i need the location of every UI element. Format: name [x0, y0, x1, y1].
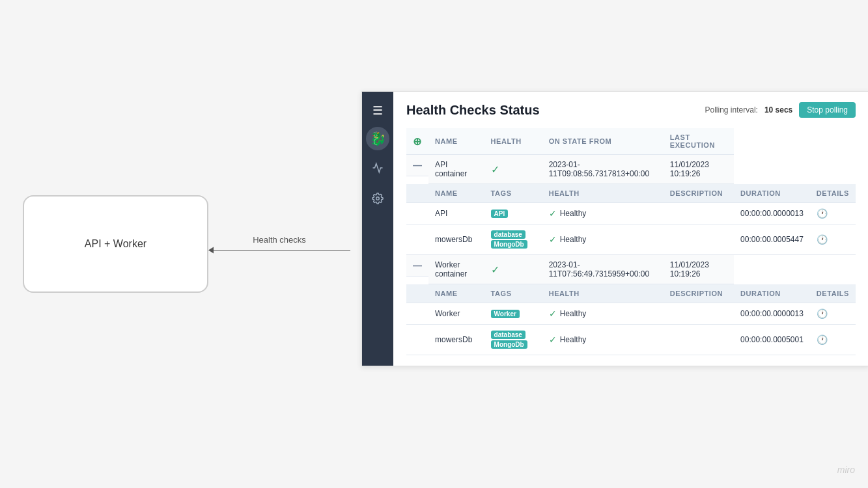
check-details: 🕐 [810, 203, 856, 224]
sub-col-description: DESCRIPTION [664, 284, 734, 303]
tag: MongoDb [491, 340, 527, 349]
list-item: mowersDb databaseMongoDb ✓ Healthy 00:00… [406, 325, 856, 355]
col-state-header: ON STATE FROM [542, 128, 664, 155]
check-tags: databaseMongoDb [484, 325, 542, 355]
list-item: Worker Worker ✓ Healthy 00:00:00.0000013… [406, 303, 856, 325]
container-name-cell: Worker container [428, 255, 484, 284]
list-item: API API ✓ Healthy 00:00:00.0000013 🕐 [406, 203, 856, 224]
container-state-cell: 2023-01-11T09:08:56.7317813+00:00 [542, 155, 664, 184]
health-check-icon: ✓ [491, 164, 499, 175]
health-status: ✓ Healthy [549, 208, 657, 219]
sub-header-row: NAME TAGS HEALTH DESCRIPTION DURATION DE… [406, 284, 856, 303]
sub-col-empty [406, 184, 428, 203]
health-status: ✓ Healthy [549, 308, 657, 319]
container-health-cell: ✓ [484, 155, 542, 184]
arrow-label: Health checks [253, 235, 306, 245]
col-name-header: NAME [428, 128, 484, 155]
check-health: ✓ Healthy [542, 325, 664, 355]
settings-icon[interactable] [368, 189, 387, 211]
polling-info: Polling interval: 10 secs Stop polling [705, 102, 856, 118]
check-name: mowersDb [428, 224, 484, 255]
check-name: Worker [428, 303, 484, 325]
sub-col-tags: TAGS [484, 184, 542, 203]
check-duration: 00:00:00.0005001 [734, 325, 810, 355]
sub-col-details: DETAILS [810, 184, 856, 203]
health-status: ✓ Healthy [549, 234, 657, 245]
tag: API [491, 210, 509, 218]
tag: database [491, 331, 525, 339]
sub-col-description: DESCRIPTION [664, 184, 734, 203]
add-icon[interactable]: ⊕ [413, 136, 422, 147]
check-health: ✓ Healthy [542, 224, 664, 255]
sub-col-details: DETAILS [810, 284, 856, 303]
sub-col-tags: TAGS [484, 284, 542, 303]
sub-col-name: NAME [428, 184, 484, 203]
arrow-container: Health checks [208, 235, 350, 254]
container-health-cell: ✓ [484, 255, 542, 284]
main-content: Health Checks Status Polling interval: 1… [393, 92, 868, 366]
sub-col-health: HEALTH [542, 184, 664, 203]
stop-polling-button[interactable]: Stop polling [799, 102, 856, 118]
health-check-icon: ✓ [491, 264, 499, 275]
page-title: Health Checks Status [406, 103, 540, 118]
history-icon[interactable]: 🕐 [817, 308, 828, 319]
check-indent [406, 325, 428, 355]
container-name-cell: API container [428, 155, 484, 184]
health-icon[interactable] [368, 158, 387, 181]
check-duration: 00:00:00.0005447 [734, 224, 810, 255]
check-description [664, 203, 734, 224]
check-indent [406, 303, 428, 325]
check-tags: databaseMongoDb [484, 224, 542, 255]
tag: Worker [491, 310, 520, 318]
check-name: API [428, 203, 484, 224]
history-icon[interactable]: 🕐 [817, 234, 828, 245]
col-health-header: HEALTH [484, 128, 542, 155]
canvas-area: API + Worker Health checks [0, 0, 361, 488]
header: Health Checks Status Polling interval: 1… [406, 102, 856, 118]
history-icon[interactable]: 🕐 [817, 208, 828, 219]
healthy-check-icon: ✓ [549, 334, 557, 345]
check-details: 🕐 [810, 224, 856, 255]
col-expand: ⊕ [406, 128, 428, 155]
arrow-line [208, 247, 350, 254]
tag: database [491, 230, 525, 239]
tag: MongoDb [491, 240, 527, 249]
check-health: ✓ Healthy [542, 303, 664, 325]
check-indent [406, 224, 428, 255]
check-description [664, 224, 734, 255]
health-table: ⊕ NAME HEALTH ON STATE FROM LAST EXECUTI… [406, 128, 856, 355]
healthy-check-icon: ✓ [549, 234, 557, 245]
history-icon[interactable]: 🕐 [817, 334, 828, 345]
check-tags: Worker [484, 303, 542, 325]
avatar-icon: 🐉 [370, 131, 386, 146]
expand-cell[interactable]: — [406, 255, 428, 277]
sub-col-empty [406, 284, 428, 303]
check-duration: 00:00:00.0000013 [734, 303, 810, 325]
check-health: ✓ Healthy [542, 203, 664, 224]
polling-label: Polling interval: [705, 105, 758, 115]
api-worker-node[interactable]: API + Worker [23, 195, 208, 293]
health-panel: ☰ 🐉 Health Checks Status Polling interva… [361, 91, 868, 366]
container-state-cell: 2023-01-11T07:56:49.7315959+00:00 [542, 255, 664, 284]
health-status: ✓ Healthy [549, 334, 657, 345]
connector-line [214, 250, 350, 251]
node-label: API + Worker [85, 238, 147, 250]
check-indent [406, 203, 428, 224]
collapse-icon: — [413, 160, 422, 170]
check-name: mowersDb [428, 325, 484, 355]
avatar[interactable]: 🐉 [366, 127, 389, 150]
healthy-check-icon: ✓ [549, 308, 557, 319]
check-details: 🕐 [810, 325, 856, 355]
check-description [664, 325, 734, 355]
list-item: mowersDb databaseMongoDb ✓ Healthy 00:00… [406, 224, 856, 255]
sidebar: ☰ 🐉 [362, 92, 393, 366]
sub-col-duration: DURATION [734, 184, 810, 203]
table-row: — Worker container ✓ 2023-01-11T07:56:49… [406, 255, 856, 284]
sub-col-duration: DURATION [734, 284, 810, 303]
polling-value: 10 secs [764, 105, 792, 115]
check-description [664, 303, 734, 325]
menu-button[interactable]: ☰ [369, 100, 387, 122]
expand-cell[interactable]: — [406, 155, 428, 176]
sub-col-name: NAME [428, 284, 484, 303]
miro-watermark: miro [837, 465, 855, 475]
